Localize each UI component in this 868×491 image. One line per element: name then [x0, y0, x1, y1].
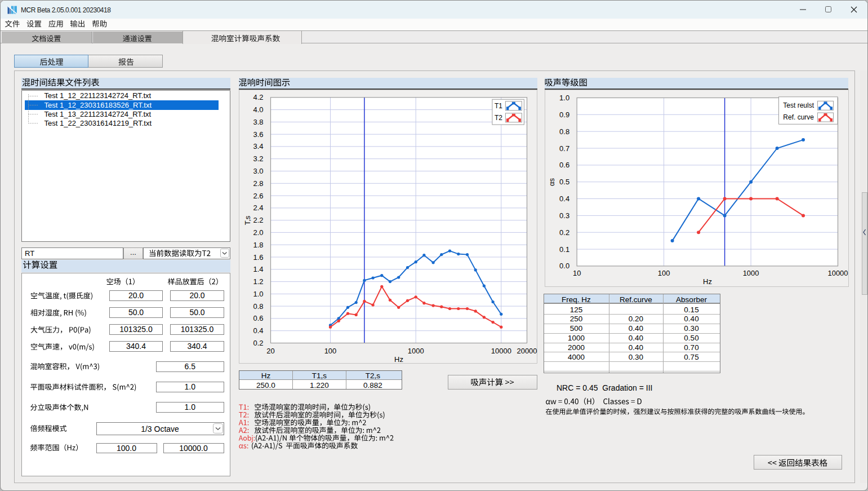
svg-text:Hz: Hz — [261, 371, 270, 379]
svg-text:3.2: 3.2 — [253, 154, 263, 163]
svg-text:T1: T1 — [494, 102, 502, 110]
svg-text:0.5: 0.5 — [559, 178, 569, 186]
svg-text:Test reulst: Test reulst — [783, 101, 814, 109]
svg-text:0.6: 0.6 — [559, 161, 569, 169]
svg-text:250.0: 250.0 — [256, 381, 275, 389]
svg-text:20: 20 — [266, 347, 274, 355]
svg-text:0.8: 0.8 — [559, 127, 569, 136]
svg-text:Ref. curve: Ref. curve — [783, 113, 814, 121]
svg-text:10: 10 — [572, 269, 580, 277]
svg-text:1000: 1000 — [407, 347, 424, 355]
svg-text:100: 100 — [657, 269, 670, 277]
svg-text:0.30: 0.30 — [684, 324, 698, 333]
svg-text:0.9: 0.9 — [559, 110, 569, 119]
svg-text:0.50: 0.50 — [684, 334, 698, 342]
svg-text:20000: 20000 — [517, 347, 537, 355]
svg-text:250: 250 — [570, 315, 583, 323]
svg-text:0.40: 0.40 — [629, 324, 643, 333]
svg-text:3.8: 3.8 — [253, 118, 263, 126]
svg-text:1.4: 1.4 — [253, 265, 263, 273]
svg-text:2000: 2000 — [568, 343, 585, 352]
svg-text:4.0: 4.0 — [253, 105, 263, 114]
svg-text:0.40: 0.40 — [629, 343, 643, 352]
svg-text:0.75: 0.75 — [684, 353, 698, 361]
svg-text:Hz: Hz — [394, 355, 403, 364]
svg-text:Hz: Hz — [703, 277, 712, 286]
svg-text:1.0: 1.0 — [559, 94, 569, 102]
svg-text:100: 100 — [324, 347, 336, 355]
svg-text:4.2: 4.2 — [253, 93, 263, 101]
svg-text:1.2: 1.2 — [253, 277, 263, 286]
svg-text:0.40: 0.40 — [629, 334, 643, 342]
svg-text:10000: 10000 — [827, 269, 848, 277]
svg-text:Test 1_13_221123142724_RT.txt: Test 1_13_221123142724_RT.txt — [44, 110, 152, 118]
svg-text:4000: 4000 — [568, 353, 585, 361]
svg-text:0.70: 0.70 — [684, 343, 698, 352]
svg-text:3.0: 3.0 — [253, 167, 263, 175]
svg-text:0.4: 0.4 — [559, 194, 569, 203]
svg-text:0.40: 0.40 — [684, 315, 698, 323]
svg-text:0.2: 0.2 — [559, 228, 569, 237]
svg-text:2.4: 2.4 — [253, 204, 263, 212]
svg-text:Test 1_12_230316183526_RT.txt: Test 1_12_230316183526_RT.txt — [44, 101, 152, 109]
svg-text:Freq. Hz: Freq. Hz — [562, 295, 591, 304]
svg-text:3.4: 3.4 — [253, 142, 263, 151]
svg-text:T1,s: T1,s — [311, 371, 327, 379]
svg-text:1.220: 1.220 — [310, 381, 329, 389]
svg-text:1.6: 1.6 — [253, 253, 263, 262]
svg-text:αs: αs — [547, 178, 556, 186]
svg-text:0.0: 0.0 — [559, 262, 569, 270]
svg-text:0.4: 0.4 — [253, 326, 263, 335]
svg-text:500: 500 — [570, 324, 583, 333]
svg-text:Test 1_12_221123142724_RT.txt: Test 1_12_221123142724_RT.txt — [44, 91, 152, 100]
svg-text:Absorber: Absorber — [676, 295, 707, 304]
svg-text:0.15: 0.15 — [684, 306, 698, 314]
svg-text:0.2: 0.2 — [253, 339, 263, 347]
svg-text:2.0: 2.0 — [253, 228, 263, 237]
svg-text:2.8: 2.8 — [253, 179, 263, 188]
svg-text:1.0: 1.0 — [253, 290, 263, 298]
svg-text:T2: T2 — [494, 114, 502, 122]
svg-text:0.30: 0.30 — [629, 353, 643, 361]
svg-text:125: 125 — [570, 306, 583, 314]
svg-text:1000: 1000 — [742, 269, 759, 277]
svg-text:Test 1_22_230316141219_RT.txt: Test 1_22_230316141219_RT.txt — [44, 119, 152, 127]
svg-text:Ref.curve: Ref.curve — [620, 295, 652, 304]
svg-text:0.7: 0.7 — [559, 144, 569, 153]
svg-text:0.1: 0.1 — [559, 245, 569, 254]
svg-text:0.882: 0.882 — [363, 381, 382, 389]
svg-text:2.6: 2.6 — [253, 192, 263, 200]
svg-text:0.20: 0.20 — [629, 315, 643, 323]
svg-text:0.3: 0.3 — [559, 211, 569, 220]
svg-text:1000: 1000 — [568, 334, 585, 342]
svg-text:2.2: 2.2 — [253, 216, 263, 224]
svg-text:T,s: T,s — [243, 215, 252, 225]
svg-text:0.6: 0.6 — [253, 314, 263, 322]
svg-text:1.8: 1.8 — [253, 241, 263, 249]
svg-text:0.8: 0.8 — [253, 302, 263, 311]
svg-text:3.6: 3.6 — [253, 130, 263, 139]
svg-text:10000: 10000 — [491, 347, 511, 355]
svg-text:T2,s: T2,s — [365, 371, 380, 379]
